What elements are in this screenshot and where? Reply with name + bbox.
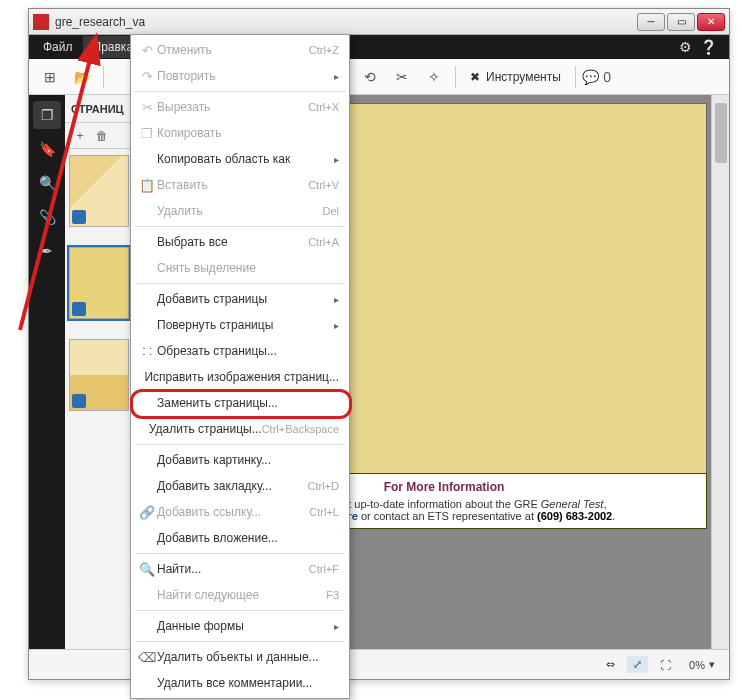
attachment-icon[interactable]: 📎 xyxy=(33,203,61,231)
chevron-right-icon: ▸ xyxy=(334,154,339,165)
chevron-right-icon: ▸ xyxy=(334,71,339,82)
crop-icon: ⸬ xyxy=(137,343,157,359)
menu-item-label: Вырезать xyxy=(157,100,308,114)
menu-item-обрезать-страницы-[interactable]: ⸬Обрезать страницы... xyxy=(131,338,349,364)
search-icon[interactable]: 🔍 xyxy=(33,169,61,197)
menu-item-найти-[interactable]: 🔍Найти...Ctrl+F xyxy=(131,556,349,582)
zoom-value[interactable]: 0% ▾ xyxy=(683,656,721,673)
menu-item-label: Снять выделение xyxy=(157,261,339,275)
menu-item-label: Копировать xyxy=(157,126,339,140)
fullscreen-icon[interactable]: ⛶ xyxy=(654,657,677,673)
menu-item-копировать: ❐Копировать xyxy=(131,120,349,146)
menu-item-label: Добавить вложение... xyxy=(157,531,339,545)
menu-item-данные-формы[interactable]: Данные формы▸ xyxy=(131,613,349,639)
menu-item-label: Найти... xyxy=(157,562,309,576)
menu-item-label: Обрезать страницы... xyxy=(157,344,339,358)
menu-item-добавить-вложение-[interactable]: Добавить вложение... xyxy=(131,525,349,551)
menu-item-label: Заменить страницы... xyxy=(157,396,339,410)
menu-item-label: Удалить все комментарии... xyxy=(157,676,339,690)
link-icon: 🔗 xyxy=(137,505,157,520)
menu-item-label: Отменить xyxy=(157,43,309,57)
delobj-icon: ⌫ xyxy=(137,650,157,665)
crop-icon[interactable]: ✂ xyxy=(387,63,417,91)
open-button[interactable]: 📂 xyxy=(67,63,97,91)
menu-item-заменить-страницы-[interactable]: Заменить страницы... xyxy=(131,390,349,416)
window-title: gre_research_va xyxy=(55,15,637,29)
rotate-icon[interactable]: ⟲ xyxy=(355,63,385,91)
menu-item-вырезать: ✂ВырезатьCtrl+X xyxy=(131,94,349,120)
menu-item-добавить-закладку-[interactable]: Добавить закладку...Ctrl+D xyxy=(131,473,349,499)
left-iconbar: ❐ 🔖 🔍 📎 ✒ xyxy=(29,95,65,649)
menu-item-label: Найти следующее xyxy=(157,588,326,602)
instruments-button[interactable]: ✖ Инструменты xyxy=(462,70,569,84)
menu-item-label: Добавить закладку... xyxy=(157,479,308,493)
signature-icon[interactable]: ✒ xyxy=(33,237,61,265)
menu-item-вставить: 📋ВставитьCtrl+V xyxy=(131,172,349,198)
menu-item-удалить-все-комментарии-[interactable]: Удалить все комментарии... xyxy=(131,670,349,696)
pages-icon[interactable]: ❐ xyxy=(33,101,61,129)
menu-item-выбрать-все[interactable]: Выбрать всеCtrl+A xyxy=(131,229,349,255)
chevron-right-icon: ▸ xyxy=(334,320,339,331)
scroll-thumb[interactable] xyxy=(715,103,727,163)
menu-item-label: Данные формы xyxy=(157,619,334,633)
page-thumbnail[interactable] xyxy=(69,155,129,227)
redo-icon: ↷ xyxy=(137,69,157,84)
tools-wrench-icon: ✖ xyxy=(470,70,480,84)
menu-item-копировать-область-как[interactable]: Копировать область как▸ xyxy=(131,146,349,172)
menu-item-label: Удалить объекты и данные... xyxy=(157,650,339,664)
menu-item-повернуть-страницы[interactable]: Повернуть страницы▸ xyxy=(131,312,349,338)
close-button[interactable]: ✕ xyxy=(697,13,725,31)
fit-page-icon[interactable]: ⤢ xyxy=(627,656,648,673)
undo-icon: ↶ xyxy=(137,43,157,58)
menu-item-label: Копировать область как xyxy=(157,152,334,166)
menu-item-добавить-страницы[interactable]: Добавить страницы▸ xyxy=(131,286,349,312)
scrollbar-vertical[interactable] xyxy=(711,95,729,649)
menu-item-найти-следующее: Найти следующееF3 xyxy=(131,582,349,608)
edit-menu-dropdown: ↶ОтменитьCtrl+Z↷Повторить▸✂ВырезатьCtrl+… xyxy=(130,34,350,699)
menu-item-снять-выделение: Снять выделение xyxy=(131,255,349,281)
menu-item-label: Вставить xyxy=(157,178,308,192)
paste-icon: 📋 xyxy=(137,178,157,193)
menu-item-label: Выбрать все xyxy=(157,235,308,249)
enhance-icon[interactable]: ✧ xyxy=(419,63,449,91)
menu-item-добавить-картинку-[interactable]: Добавить картинку... xyxy=(131,447,349,473)
menu-file[interactable]: Файл xyxy=(33,36,83,58)
menu-item-исправить-изображения-страниц-[interactable]: Исправить изображения страниц... xyxy=(131,364,349,390)
menu-item-label: Добавить страницы xyxy=(157,292,334,306)
app-icon xyxy=(33,14,49,30)
page-thumbnail[interactable] xyxy=(69,247,129,319)
maximize-button[interactable]: ▭ xyxy=(667,13,695,31)
menu-item-добавить-ссылку-: 🔗Добавить ссылку...Ctrl+L xyxy=(131,499,349,525)
menu-item-label: Повторить xyxy=(157,69,334,83)
titlebar: gre_research_va ─ ▭ ✕ xyxy=(29,9,729,35)
menu-item-label: Исправить изображения страниц... xyxy=(144,370,339,384)
menu-item-удалить-объекты-и-данные-[interactable]: ⌫Удалить объекты и данные... xyxy=(131,644,349,670)
comments-icon[interactable]: 💬 0 xyxy=(582,63,612,91)
fit-width-icon[interactable]: ⇔ xyxy=(600,656,621,673)
cut-icon: ✂ xyxy=(137,100,157,115)
find-icon: 🔍 xyxy=(137,562,157,577)
delete-page-icon[interactable]: 🗑 xyxy=(93,127,111,145)
page-thumbnail[interactable] xyxy=(69,339,129,411)
menu-item-удалить: УдалитьDel xyxy=(131,198,349,224)
menu-item-label: Добавить ссылку... xyxy=(157,505,309,519)
menu-item-повторить: ↷Повторить▸ xyxy=(131,63,349,89)
menu-item-label: Удалить страницы... xyxy=(149,422,262,436)
menu-item-label: Повернуть страницы xyxy=(157,318,334,332)
copy-icon: ❐ xyxy=(137,126,157,141)
new-tab-button[interactable]: ⊞ xyxy=(35,63,65,91)
minimize-button[interactable]: ─ xyxy=(637,13,665,31)
menu-item-отменить: ↶ОтменитьCtrl+Z xyxy=(131,37,349,63)
help-icon[interactable]: ❔ xyxy=(700,39,717,55)
add-page-icon[interactable]: + xyxy=(71,127,89,145)
chevron-right-icon: ▸ xyxy=(334,621,339,632)
menu-item-label: Добавить картинку... xyxy=(157,453,339,467)
bookmark-icon[interactable]: 🔖 xyxy=(33,135,61,163)
menu-item-label: Удалить xyxy=(157,204,322,218)
gear-icon[interactable]: ⚙ xyxy=(679,39,692,55)
chevron-right-icon: ▸ xyxy=(334,294,339,305)
menu-item-удалить-страницы-[interactable]: Удалить страницы...Ctrl+Backspace xyxy=(131,416,349,442)
